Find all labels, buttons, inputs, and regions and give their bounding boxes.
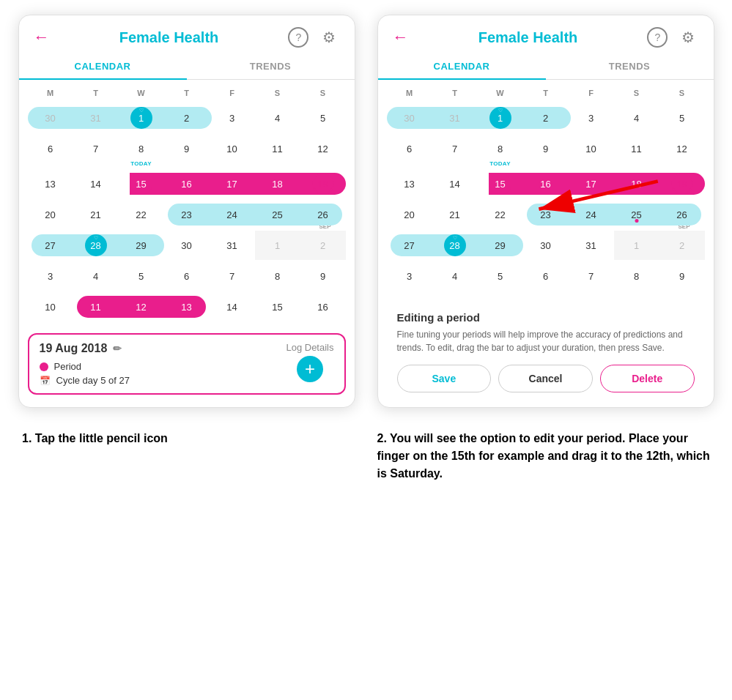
cal-cell[interactable]: 6	[523, 261, 569, 291]
cal-cell[interactable]: 25	[255, 200, 300, 229]
help-icon-2[interactable]: ?	[647, 27, 668, 48]
cal-cell[interactable]: 27	[387, 231, 432, 260]
settings-icon-1[interactable]: ⚙	[319, 27, 339, 48]
cal-cell[interactable]: 26	[300, 200, 346, 229]
cal-cell[interactable]: 4	[614, 103, 659, 133]
cal-cell[interactable]: 2	[164, 103, 210, 133]
cal-cell[interactable]: 7	[569, 261, 614, 291]
back-button-2[interactable]: ←	[393, 28, 409, 47]
cal-cell[interactable]: 2	[523, 103, 569, 133]
cal-cell[interactable]: 3	[210, 103, 255, 133]
cal-cell[interactable]: 9	[523, 134, 569, 163]
cal-cell[interactable]: 19	[659, 169, 705, 198]
cal-cell[interactable]: 1	[255, 231, 300, 260]
cal-cell[interactable]: 13	[28, 169, 73, 198]
cal-cell[interactable]: 3	[28, 261, 73, 291]
cal-cell[interactable]: 24	[569, 200, 614, 229]
cal-cell[interactable]: 7	[432, 134, 478, 163]
cal-cell[interactable]: 17	[569, 169, 614, 198]
cal-cell[interactable]: 8	[614, 261, 659, 291]
cal-cell[interactable]: 9	[300, 261, 346, 291]
cal-cell[interactable]: 22	[478, 200, 523, 229]
cal-cell[interactable]: 2	[300, 231, 346, 260]
tab-trends-2[interactable]: TRENDS	[546, 53, 714, 79]
cal-cell[interactable]: 6	[164, 261, 210, 291]
cal-cell[interactable]: 24	[210, 200, 255, 229]
cal-cell[interactable]: 18	[255, 169, 300, 198]
cal-cell[interactable]: 17	[210, 169, 255, 198]
cal-cell[interactable]: 31	[432, 103, 478, 133]
cal-cell[interactable]: 4	[255, 103, 300, 133]
cal-cell[interactable]: 30	[28, 103, 73, 133]
cal-cell[interactable]: 21	[73, 200, 119, 229]
cal-cell[interactable]: 21	[432, 200, 478, 229]
cal-cell[interactable]: 20	[28, 200, 73, 229]
cal-cell[interactable]: 12	[659, 134, 705, 163]
cal-cell[interactable]: 2	[659, 231, 705, 260]
tab-calendar-1[interactable]: CALENDAR	[19, 53, 187, 79]
cal-cell[interactable]: 8	[255, 261, 300, 291]
cal-cell[interactable]: 30	[164, 231, 210, 260]
cal-cell[interactable]: 13	[164, 292, 210, 321]
cal-cell[interactable]: 5	[119, 261, 164, 291]
cal-cell[interactable]: 7	[210, 261, 255, 291]
cal-cell[interactable]: 16	[300, 292, 346, 321]
cal-cell[interactable]: 16	[523, 169, 569, 198]
cal-cell[interactable]: 23	[164, 200, 210, 229]
cal-cell[interactable]: ♡ 1	[478, 103, 523, 133]
cal-cell[interactable]: 11	[73, 292, 119, 321]
cal-cell[interactable]: 20	[387, 200, 432, 229]
settings-icon-2[interactable]: ⚙	[678, 27, 698, 48]
cal-cell[interactable]: 12	[300, 134, 346, 163]
cal-cell[interactable]: 15	[255, 292, 300, 321]
cal-cell[interactable]: 3	[387, 261, 432, 291]
cal-cell[interactable]: 9	[659, 261, 705, 291]
cal-cell[interactable]: 30	[387, 103, 432, 133]
cal-cell[interactable]: 30	[523, 231, 569, 260]
cal-cell[interactable]: 10	[210, 134, 255, 163]
cal-cell[interactable]: 31	[569, 231, 614, 260]
cal-cell[interactable]: 27	[28, 231, 73, 260]
cal-cell[interactable]: 10	[28, 292, 73, 321]
tab-trends-1[interactable]: TRENDS	[187, 53, 355, 79]
plus-icon[interactable]: +	[297, 356, 323, 382]
back-button-1[interactable]: ←	[34, 28, 50, 47]
cal-cell[interactable]: 25	[614, 200, 659, 229]
cal-cell[interactable]: 5	[300, 103, 346, 133]
cal-cell[interactable]: 11	[255, 134, 300, 163]
cal-cell[interactable]: 31	[210, 231, 255, 260]
pencil-icon[interactable]: ✏	[113, 343, 122, 354]
cal-cell[interactable]: ♡ 28	[432, 231, 478, 260]
cal-cell[interactable]: 18	[614, 169, 659, 198]
cal-cell[interactable]: 29	[119, 231, 164, 260]
cal-cell[interactable]: 5	[478, 261, 523, 291]
tab-calendar-2[interactable]: CALENDAR	[378, 53, 546, 79]
cal-cell[interactable]: 4	[432, 261, 478, 291]
help-icon-1[interactable]: ?	[288, 27, 308, 48]
cal-cell[interactable]: 31	[73, 103, 119, 133]
cal-cell[interactable]: 8	[119, 134, 164, 163]
cal-cell[interactable]: ♡ 28	[73, 231, 119, 260]
cal-cell[interactable]: 6	[387, 134, 432, 163]
cal-cell[interactable]: 10	[569, 134, 614, 163]
cal-cell[interactable]: ♡ 1	[119, 103, 164, 133]
cal-cell[interactable]: 16	[164, 169, 210, 198]
cal-cell[interactable]: 26	[659, 200, 705, 229]
cancel-button[interactable]: Cancel	[498, 365, 593, 392]
cal-cell[interactable]: 14	[210, 292, 255, 321]
cal-cell[interactable]: 14	[73, 169, 119, 198]
delete-button[interactable]: Delete	[600, 365, 695, 392]
cal-cell[interactable]: 4	[73, 261, 119, 291]
cal-cell-today[interactable]: 15	[119, 169, 164, 198]
cal-cell-today-2[interactable]: 15	[478, 169, 523, 198]
cal-cell[interactable]: 6	[28, 134, 73, 163]
cal-cell[interactable]: 3	[569, 103, 614, 133]
cal-cell[interactable]: 22	[119, 200, 164, 229]
cal-cell[interactable]: 1	[614, 231, 659, 260]
cal-cell[interactable]: 23	[523, 200, 569, 229]
cal-cell[interactable]: 29	[478, 231, 523, 260]
cal-cell[interactable]: 11	[614, 134, 659, 163]
cal-cell[interactable]: 9	[164, 134, 210, 163]
cal-cell[interactable]: 5	[659, 103, 705, 133]
cal-cell[interactable]: 7	[73, 134, 119, 163]
